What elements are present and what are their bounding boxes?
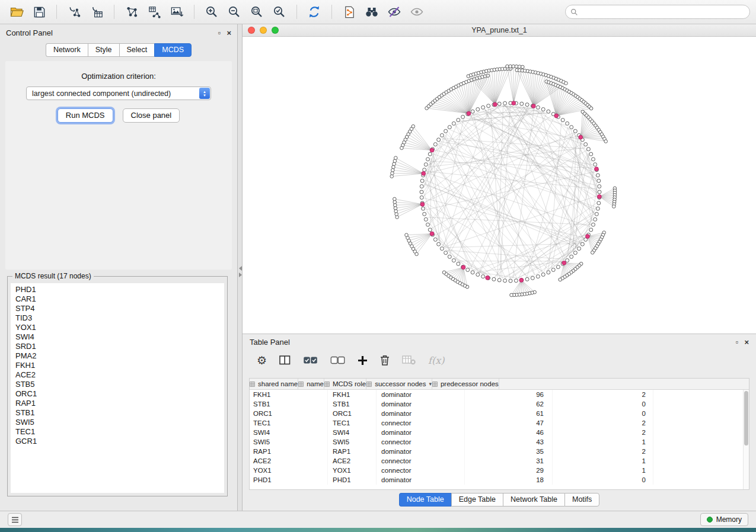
search-box[interactable]	[565, 5, 750, 19]
table-settings-icon[interactable]: ⚙	[257, 355, 267, 366]
export-network-image-button[interactable]	[166, 3, 187, 21]
share-document-button[interactable]	[339, 3, 360, 21]
add-row-icon[interactable]	[358, 355, 368, 366]
column-menu-arrow-icon[interactable]: ▾	[429, 381, 432, 387]
column-header[interactable]: MCDS role	[324, 379, 366, 389]
control-panel-tab[interactable]: Network	[46, 43, 88, 57]
share-document-icon	[343, 5, 356, 19]
close-mcds-panel-button[interactable]: Close panel	[123, 108, 180, 123]
mcds-node-item[interactable]: ORC1	[15, 389, 224, 399]
float-table-panel-button[interactable]: ▫	[736, 338, 739, 346]
table-scrollbar[interactable]	[743, 390, 749, 489]
mcds-node-item[interactable]: PMA2	[15, 351, 224, 361]
network-canvas[interactable]	[243, 37, 756, 334]
mcds-node-item[interactable]: RAP1	[15, 399, 224, 408]
mcds-node-item[interactable]: PHD1	[15, 285, 224, 294]
criterion-dropdown[interactable]: largest connected component (undirected)…	[26, 86, 211, 100]
table-panel-tab[interactable]: Motifs	[564, 493, 599, 507]
table-row[interactable]: TEC1 TEC1 connector 47 2	[250, 418, 749, 428]
mcds-node-item[interactable]: YOX1	[15, 323, 224, 332]
cell-predecessor-nodes: 1	[553, 437, 653, 447]
mcds-node-item[interactable]: SRD1	[15, 342, 224, 351]
memory-status-icon	[707, 517, 713, 523]
mcds-node-item[interactable]: FKH1	[15, 361, 224, 370]
float-panel-button[interactable]: ▫	[218, 29, 221, 37]
mcds-node-item[interactable]: TEC1	[15, 427, 224, 437]
cell-shared-name: PHD1	[250, 475, 328, 485]
toolbar-separator	[114, 5, 114, 19]
cell-name: STB1	[328, 399, 377, 409]
show-details-button[interactable]	[406, 3, 428, 21]
close-panel-button[interactable]: ×	[227, 29, 231, 37]
table-row[interactable]: ORC1 ORC1 dominator 61 0	[250, 409, 749, 418]
apply-layout-button[interactable]	[304, 3, 325, 21]
mcds-node-item[interactable]: TID3	[15, 313, 224, 323]
column-header[interactable]: name	[298, 379, 324, 389]
table-panel-tab[interactable]: Network Table	[503, 493, 564, 507]
table-row[interactable]: ACE2 ACE2 connector 31 1	[250, 456, 749, 466]
table-row[interactable]: SWI5 SWI5 connector 43 1	[250, 437, 749, 447]
table-row[interactable]: YOX1 YOX1 connector 29 1	[250, 466, 749, 475]
table-panel-tab[interactable]: Edge Table	[451, 493, 503, 507]
zoom-in-button[interactable]	[201, 3, 222, 21]
mcds-node-item[interactable]: SWI5	[15, 418, 224, 427]
import-table-from-file-button[interactable]	[86, 3, 107, 21]
cell-mcds-role: dominator	[377, 428, 465, 437]
window-minimize-icon[interactable]	[260, 27, 267, 34]
table-row[interactable]: FKH1 FKH1 dominator 96 2	[250, 390, 749, 399]
cell-successor-nodes: 96	[465, 390, 553, 399]
table-panel-tab[interactable]: Node Table	[399, 493, 451, 507]
new-network-button[interactable]	[121, 3, 142, 21]
table-row[interactable]: SWI4 SWI4 dominator 46 2	[250, 428, 749, 437]
table-row[interactable]: RAP1 RAP1 dominator 35 2	[250, 447, 749, 456]
select-all-rows-icon[interactable]	[303, 356, 318, 364]
mcds-node-item[interactable]: SWI4	[15, 332, 224, 342]
table-row[interactable]: PHD1 PHD1 dominator 18 0	[250, 475, 749, 485]
show-panels-menu-button[interactable]	[8, 513, 22, 526]
control-panel-tab[interactable]: Select	[119, 43, 155, 57]
new-network-from-table-button[interactable]	[143, 3, 165, 21]
cell-shared-name: ACE2	[250, 456, 328, 466]
cell-mcds-role: dominator	[377, 399, 465, 409]
column-header-label: predecessor nodes	[441, 380, 499, 387]
search-network-button[interactable]	[361, 3, 382, 21]
zoom-out-button[interactable]	[224, 3, 245, 21]
window-close-icon[interactable]	[248, 27, 255, 34]
mcds-node-item[interactable]: STP4	[15, 304, 224, 313]
control-panel-tab[interactable]: MCDS	[154, 43, 192, 57]
table-row[interactable]: STB1 STB1 dominator 62 0	[250, 399, 749, 409]
hide-details-button[interactable]	[384, 3, 405, 21]
mcds-node-item[interactable]: CAR1	[15, 294, 224, 304]
show-columns-icon[interactable]	[279, 355, 291, 365]
column-header[interactable]: shared name	[250, 379, 298, 389]
binoculars-icon	[365, 5, 379, 19]
cell-successor-nodes: 62	[465, 399, 553, 409]
column-type-icon	[366, 382, 372, 387]
mcds-node-item[interactable]: ACE2	[15, 370, 224, 380]
zoom-fit-button[interactable]	[246, 3, 267, 21]
mcds-node-item[interactable]: GCR1	[15, 437, 224, 446]
open-file-button[interactable]	[6, 3, 27, 21]
import-network-from-file-button[interactable]	[63, 3, 85, 21]
mcds-tab-content: Optimization criterion: largest connecte…	[5, 61, 232, 270]
column-header[interactable]: predecessor nodes	[432, 379, 499, 389]
control-panel-tab[interactable]: Style	[88, 43, 119, 57]
deselect-all-rows-icon[interactable]	[330, 356, 345, 364]
column-header[interactable]: successor nodes ▾	[366, 379, 432, 389]
mcds-node-item[interactable]: STB1	[15, 408, 224, 418]
window-zoom-icon[interactable]	[272, 27, 279, 34]
save-session-button[interactable]	[28, 3, 50, 21]
close-table-panel-button[interactable]: ×	[744, 338, 749, 346]
memory-button[interactable]: Memory	[700, 513, 748, 526]
cell-shared-name: TEC1	[250, 418, 328, 428]
delete-rows-icon[interactable]	[380, 355, 390, 366]
mcds-node-item[interactable]: STB5	[15, 380, 224, 389]
zoom-selected-button[interactable]	[269, 3, 290, 21]
search-input[interactable]	[581, 8, 745, 16]
memory-label: Memory	[716, 515, 742, 524]
panel-split-divider[interactable]	[238, 24, 243, 511]
cell-shared-name: YOX1	[250, 466, 328, 475]
run-mcds-button[interactable]: Run MCDS	[58, 108, 113, 123]
divider-collapse-arrows-icon[interactable]	[238, 266, 243, 277]
table-scrollbar-thumb[interactable]	[744, 391, 748, 446]
